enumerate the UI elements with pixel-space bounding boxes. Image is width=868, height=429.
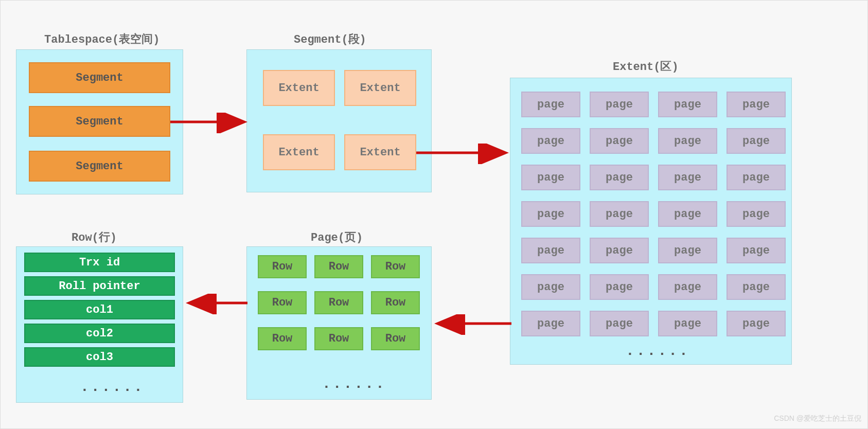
page-row: Row — [314, 291, 363, 314]
segment-extent: Extent — [263, 134, 335, 170]
segment-extent: Extent — [344, 134, 416, 170]
segment-title: Segment(段) — [294, 31, 366, 47]
extent-page: page — [658, 165, 717, 190]
extent-page: page — [727, 165, 786, 190]
page-row: Row — [371, 255, 420, 278]
extent-page: page — [590, 274, 649, 300]
extent-page: page — [521, 238, 580, 263]
page-row: Row — [314, 327, 363, 350]
extent-title: Extent(区) — [613, 59, 679, 74]
extent-page: page — [590, 238, 649, 263]
page-row: Row — [371, 291, 420, 314]
tablespace-title: Tablespace(表空间) — [44, 31, 160, 47]
row-item: col1 — [24, 300, 175, 319]
extent-page: page — [521, 92, 580, 117]
extent-ellipsis: ...... — [626, 343, 690, 359]
row-item: Roll pointer — [24, 276, 175, 296]
extent-page: page — [521, 165, 580, 190]
watermark: CSDN @爱吃芝士的土豆倪 — [774, 414, 861, 423]
extent-page: page — [590, 311, 649, 336]
row-item: col2 — [24, 324, 175, 343]
tablespace-segment: Segment — [29, 106, 170, 137]
extent-page: page — [521, 128, 580, 154]
extent-page: page — [590, 92, 649, 117]
extent-page: page — [521, 201, 580, 227]
extent-page: page — [521, 311, 580, 336]
arrow-page-to-row — [183, 294, 250, 314]
extent-page: page — [658, 92, 717, 117]
page-row: Row — [314, 255, 363, 278]
extent-page: page — [727, 311, 786, 336]
tablespace-segment: Segment — [29, 62, 170, 93]
diagram-canvas: Tablespace(表空间) Segment Segment Segment … — [0, 0, 868, 429]
extent-page: page — [521, 274, 580, 300]
arrow-extent-to-page — [432, 314, 514, 335]
segment-extent: Extent — [263, 70, 335, 106]
extent-page: page — [727, 92, 786, 117]
extent-page: page — [727, 238, 786, 263]
page-title: Page(页) — [311, 229, 363, 245]
extent-page: page — [658, 238, 717, 263]
extent-page: page — [590, 128, 649, 154]
row-title: Row(行) — [72, 229, 117, 245]
extent-page: page — [658, 201, 717, 227]
row-ellipsis: ...... — [80, 379, 145, 395]
extent-page: page — [658, 311, 717, 336]
extent-page: page — [590, 165, 649, 190]
extent-page: page — [727, 274, 786, 300]
row-item: col3 — [24, 347, 175, 367]
segment-extent: Extent — [344, 70, 416, 106]
page-row: Row — [258, 255, 307, 278]
tablespace-segment: Segment — [29, 151, 170, 182]
extent-page: page — [727, 128, 786, 154]
page-row: Row — [258, 327, 307, 350]
extent-page: page — [658, 274, 717, 300]
page-row: Row — [258, 291, 307, 314]
extent-page: page — [658, 128, 717, 154]
extent-page: page — [590, 201, 649, 227]
page-ellipsis: ...... — [322, 376, 386, 392]
row-item: Trx id — [24, 253, 175, 272]
extent-page: page — [727, 201, 786, 227]
page-row: Row — [371, 327, 420, 350]
